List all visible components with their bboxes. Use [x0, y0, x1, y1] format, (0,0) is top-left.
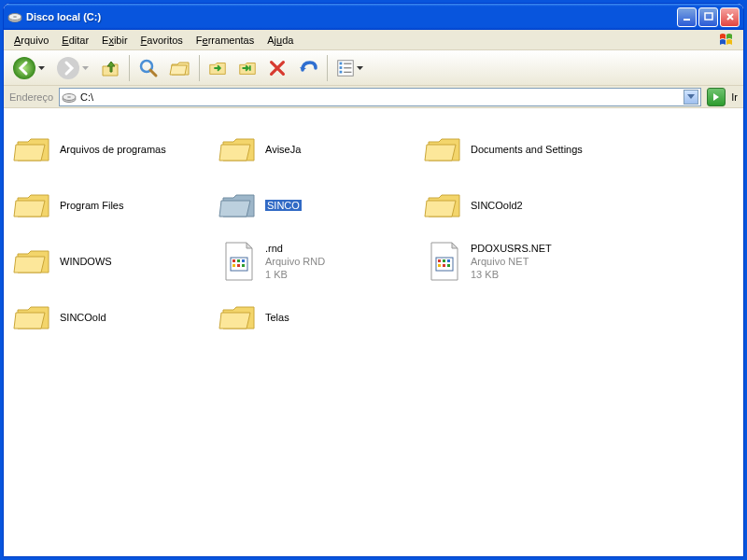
- svg-rect-28: [447, 259, 450, 262]
- svg-point-17: [67, 96, 71, 98]
- svg-point-6: [57, 57, 79, 79]
- views-button[interactable]: [333, 56, 366, 80]
- folder-item[interactable]: SINCOold: [11, 291, 217, 343]
- menu-ferramentas[interactable]: Ferramentas: [190, 32, 261, 49]
- windows-logo-icon: [715, 33, 740, 48]
- file-list[interactable]: Arquivos de programasAviseJaDocuments an…: [4, 108, 743, 556]
- folder-item[interactable]: SINCOold2: [422, 179, 627, 231]
- folder-item[interactable]: SINCO: [217, 179, 422, 231]
- svg-rect-13: [344, 67, 351, 68]
- svg-rect-9: [340, 62, 343, 64]
- address-label: Endereço: [9, 91, 53, 103]
- item-label: Arquivos de programas: [60, 143, 166, 156]
- svg-rect-21: [242, 259, 245, 262]
- svg-rect-10: [340, 66, 343, 69]
- folder-icon: [13, 243, 54, 280]
- forward-button[interactable]: [53, 53, 92, 83]
- file-item[interactable]: PDOXUSRS.NETArquivo NET13 KB: [422, 235, 627, 287]
- menu-arquivo[interactable]: Arquivo: [7, 32, 55, 49]
- item-label: Program Files: [60, 199, 123, 212]
- menu-favoritos[interactable]: Favoritos: [134, 32, 190, 49]
- folder-icon: [218, 131, 260, 168]
- folder-item[interactable]: Telas: [217, 291, 422, 343]
- chevron-down-icon: [81, 66, 90, 70]
- svg-rect-20: [237, 259, 240, 262]
- svg-rect-23: [237, 264, 240, 267]
- drive-icon: [62, 90, 77, 105]
- window-title: Disco local (C:): [26, 11, 677, 22]
- address-path: C:\: [80, 91, 684, 103]
- svg-rect-31: [447, 264, 450, 267]
- drive-icon: [7, 9, 22, 24]
- separator: [129, 55, 130, 81]
- go-label: Ir: [731, 91, 738, 103]
- menubar: Arquivo Editar Exibir Favoritos Ferramen…: [4, 30, 743, 50]
- svg-rect-29: [438, 264, 441, 267]
- address-dropdown[interactable]: [684, 90, 698, 105]
- item-label: Documents and Settings: [471, 143, 583, 156]
- up-button[interactable]: [97, 55, 123, 81]
- file-icon: [218, 243, 260, 280]
- item-label: SINCO: [265, 199, 302, 212]
- chevron-down-icon: [37, 66, 46, 70]
- svg-rect-27: [443, 259, 445, 262]
- addressbar: Endereço C:\ Ir: [4, 86, 743, 108]
- folder-icon: [218, 187, 260, 224]
- go-button[interactable]: [707, 88, 726, 106]
- folder-icon: [424, 187, 465, 224]
- explorer-window: Disco local (C:) Arquivo Editar Exibir F…: [3, 3, 744, 557]
- folder-item[interactable]: AviseJa: [217, 123, 422, 175]
- maximize-button[interactable]: [698, 7, 718, 27]
- file-item[interactable]: .rndArquivo RND1 KB: [217, 235, 422, 287]
- menu-exibir[interactable]: Exibir: [95, 32, 134, 49]
- svg-rect-11: [340, 70, 343, 73]
- back-button[interactable]: [9, 53, 48, 83]
- item-label: .rndArquivo RND1 KB: [265, 242, 325, 282]
- folders-button[interactable]: [167, 55, 193, 81]
- minimize-button[interactable]: [677, 7, 697, 27]
- item-label: Telas: [265, 311, 289, 324]
- svg-point-5: [13, 57, 35, 79]
- svg-rect-19: [233, 259, 235, 262]
- copy-to-button[interactable]: [235, 56, 260, 80]
- titlebar[interactable]: Disco local (C:): [4, 4, 743, 30]
- folder-icon: [13, 131, 54, 168]
- folder-icon: [424, 131, 465, 168]
- folder-item[interactable]: Arquivos de programas: [11, 123, 217, 175]
- svg-rect-14: [344, 71, 351, 72]
- svg-rect-26: [438, 259, 441, 262]
- item-label: PDOXUSRS.NETArquivo NET13 KB: [471, 242, 552, 282]
- item-label: SINCOold2: [471, 199, 523, 212]
- toolbar: [4, 50, 743, 86]
- file-icon: [424, 243, 465, 280]
- chevron-down-icon: [356, 66, 364, 70]
- item-label: AviseJa: [265, 143, 301, 156]
- svg-rect-12: [344, 63, 351, 63]
- svg-rect-3: [684, 19, 690, 21]
- delete-button[interactable]: [265, 56, 289, 80]
- item-label: WINDOWS: [60, 255, 112, 268]
- item-label: SINCOold: [60, 311, 106, 324]
- svg-rect-4: [705, 13, 712, 20]
- menu-editar[interactable]: Editar: [55, 32, 95, 49]
- folder-item[interactable]: WINDOWS: [11, 235, 217, 287]
- separator: [199, 55, 200, 81]
- address-input[interactable]: C:\: [59, 88, 701, 106]
- folder-item[interactable]: Documents and Settings: [422, 123, 627, 175]
- menu-ajuda[interactable]: Ajuda: [261, 32, 300, 49]
- svg-rect-30: [443, 264, 445, 267]
- folder-icon: [218, 299, 260, 336]
- svg-rect-24: [242, 264, 245, 267]
- close-button[interactable]: [720, 7, 740, 27]
- folder-icon: [13, 299, 54, 336]
- folder-item[interactable]: Program Files: [11, 179, 217, 231]
- undo-button[interactable]: [295, 55, 321, 81]
- folder-icon: [13, 187, 54, 224]
- svg-point-2: [13, 16, 17, 18]
- separator: [327, 55, 328, 81]
- search-button[interactable]: [135, 55, 162, 81]
- svg-rect-22: [233, 264, 235, 267]
- move-to-button[interactable]: [205, 56, 230, 80]
